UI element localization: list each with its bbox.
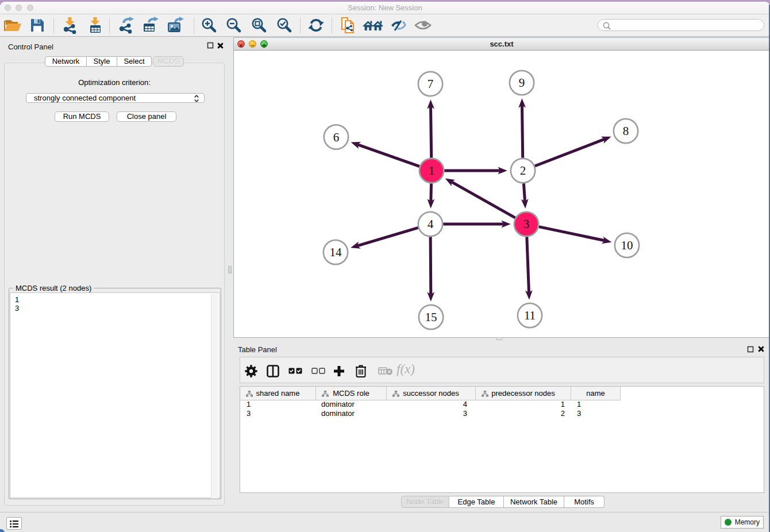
svg-text:2: 2: [520, 164, 526, 178]
svg-text:3: 3: [523, 217, 530, 231]
svg-text:15: 15: [425, 310, 437, 324]
svg-text:9: 9: [519, 76, 525, 90]
svg-text:4: 4: [428, 217, 434, 231]
svg-text:8: 8: [623, 124, 629, 138]
svg-text:7: 7: [428, 77, 434, 91]
svg-text:11: 11: [524, 309, 536, 322]
svg-text:10: 10: [621, 238, 633, 252]
svg-text:1: 1: [429, 164, 435, 178]
svg-text:6: 6: [333, 130, 340, 144]
svg-text:14: 14: [330, 245, 342, 259]
